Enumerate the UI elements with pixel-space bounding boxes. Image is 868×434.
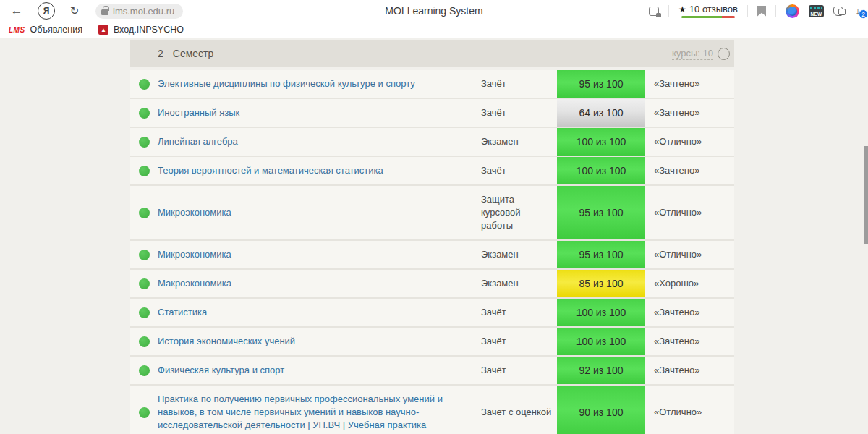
status-dot-icon: [139, 365, 150, 376]
reviews-count: 10 отзывов: [689, 4, 738, 14]
side-panels-icon[interactable]: [833, 7, 843, 16]
course-row: Микроэкономика Экзамен 95 из 100 «Отличн…: [130, 241, 734, 270]
grades-panel: 2 Семестр курсы: 10 − Элективные дисципл…: [130, 38, 734, 434]
course-row: Иностранный язык Зачёт 64 из 100 «Зачтен…: [130, 99, 734, 128]
course-row: Элективные дисциплины по физической куль…: [130, 70, 734, 99]
assessment-type: Зачет с оценкой: [476, 399, 557, 426]
back-icon: ←: [11, 4, 23, 18]
semester-2-header: 2 Семестр курсы: 10 −: [130, 40, 734, 67]
courses-count-link[interactable]: курсы: 10: [672, 48, 713, 60]
status-dot-icon: [139, 108, 150, 119]
score-badge: 100 из 100: [557, 299, 645, 326]
status-cell: [130, 365, 158, 376]
grade-text: «Зачтено»: [645, 70, 734, 98]
status-dot-icon: [139, 307, 150, 318]
toolbar-separator: [775, 5, 776, 17]
course-link[interactable]: Иностранный язык: [158, 99, 476, 127]
status-dot-icon: [139, 79, 150, 90]
course-link[interactable]: Макроэкономика: [158, 270, 476, 297]
refresh-button[interactable]: ↻: [65, 1, 84, 20]
score-badge: 100 из 100: [557, 157, 645, 184]
status-dot-icon: [139, 407, 150, 418]
reviews-ratio-bar: [681, 16, 735, 18]
course-row: Практика по получению первичных професси…: [130, 386, 734, 434]
score-badge: 90 из 100: [557, 386, 645, 434]
status-cell: [130, 336, 158, 347]
grade-text: «Отлично»: [645, 128, 734, 156]
site-reviews-button[interactable]: ★ 10 отзывов: [678, 4, 738, 18]
lms-favicon: LMS: [9, 26, 25, 34]
grade-text: «Зачтено»: [645, 157, 734, 184]
grade-text: «Зачтено»: [645, 99, 734, 127]
score-badge: 85 из 100: [557, 270, 645, 297]
toolbar-separator: [747, 5, 748, 17]
score-badge: 100 из 100: [557, 328, 645, 355]
video-new-icon[interactable]: NEW: [809, 5, 824, 17]
course-link[interactable]: Элективные дисциплины по физической куль…: [158, 70, 476, 98]
address-bar[interactable]: lms.moi.edu.ru: [95, 4, 183, 19]
course-row: Теория вероятностей и математическая ста…: [130, 157, 734, 186]
course-link[interactable]: Теория вероятностей и математическая ста…: [158, 157, 476, 184]
minus-icon: −: [721, 49, 727, 59]
course-link[interactable]: Микроэкономика: [158, 199, 476, 226]
status-dot-icon: [139, 208, 150, 218]
grade-text: «Хорошо»: [645, 270, 734, 297]
lms-page: 2 Семестр курсы: 10 − Элективные дисципл…: [0, 38, 868, 434]
bookmark-label: Вход.INPSYCHO: [114, 25, 184, 35]
grade-text: «Зачтено»: [645, 328, 734, 355]
course-link[interactable]: Линейная алгебра: [158, 128, 476, 156]
status-cell: [130, 108, 158, 119]
assessment-type: Экзамен: [476, 128, 557, 156]
downloads-button[interactable]: ↓ 2: [852, 4, 864, 17]
browser-window: ← Я ↻ lms.moi.edu.ru MOI Learning System…: [0, 0, 868, 434]
semester-number: 2: [158, 48, 163, 59]
lock-icon[interactable]: [101, 9, 109, 15]
new-badge-text: NEW: [810, 12, 822, 17]
assessment-type: Зачёт: [476, 357, 557, 384]
assessment-type: Зачёт: [476, 157, 557, 184]
assessment-type: Экзамен: [476, 270, 557, 297]
course-link[interactable]: Физическая культура и спорт: [158, 357, 476, 384]
course-row: Микроэкономика Защита курсовой работы 95…: [130, 186, 734, 241]
scrollbar-thumb[interactable]: [864, 146, 868, 244]
course-link[interactable]: Практика по получению первичных професси…: [158, 386, 476, 434]
collapse-semester-button[interactable]: −: [718, 48, 730, 60]
score-badge: 100 из 100: [557, 128, 645, 156]
extension-icon[interactable]: [786, 4, 799, 18]
yandex-icon: Я: [43, 6, 50, 16]
status-cell: [130, 278, 158, 289]
status-cell: [130, 307, 158, 318]
refresh-icon: ↻: [70, 4, 80, 17]
score-badge: 95 из 100: [557, 241, 645, 268]
grade-text: «Зачтено»: [645, 299, 734, 326]
assessment-type: Экзамен: [476, 241, 557, 268]
assessment-type: Зачёт: [476, 99, 557, 127]
course-link[interactable]: Статистика: [158, 299, 476, 326]
semester-label: Семестр: [173, 48, 214, 59]
course-link[interactable]: История экономических учений: [158, 328, 476, 355]
status-cell: [130, 208, 158, 218]
course-row: Макроэкономика Экзамен 85 из 100 «Хорошо…: [130, 270, 734, 299]
course-row: Линейная алгебра Экзамен 100 из 100 «Отл…: [130, 128, 734, 157]
score-badge: 95 из 100: [557, 186, 645, 239]
course-link[interactable]: Микроэкономика: [158, 241, 476, 268]
back-button[interactable]: ←: [7, 1, 26, 20]
protect-icon[interactable]: [649, 7, 659, 16]
status-cell: [130, 137, 158, 148]
course-row: Статистика Зачёт 100 из 100 «Зачтено»: [130, 299, 734, 328]
assessment-type: Защита курсовой работы: [476, 186, 557, 239]
status-cell: [130, 250, 158, 260]
grade-text: «Отлично»: [645, 241, 734, 268]
score-badge: 92 из 100: [557, 357, 645, 384]
status-dot-icon: [139, 250, 150, 260]
browser-toolbar: ← Я ↻ lms.moi.edu.ru MOI Learning System…: [0, 0, 868, 22]
bookmark-item-announcements[interactable]: LMS Объявления: [9, 25, 82, 35]
yandex-home-button[interactable]: Я: [38, 2, 55, 20]
inpsycho-favicon: ▲: [98, 25, 109, 35]
status-cell: [130, 407, 158, 418]
bookmark-item-inpsycho[interactable]: ▲ Вход.INPSYCHO: [98, 25, 184, 35]
assessment-type: Зачёт: [476, 299, 557, 326]
bookmarks-bar: LMS Объявления ▲ Вход.INPSYCHO: [0, 22, 868, 38]
bookmark-flag-icon[interactable]: [757, 6, 766, 17]
grades-table: Элективные дисциплины по физической куль…: [130, 70, 734, 434]
